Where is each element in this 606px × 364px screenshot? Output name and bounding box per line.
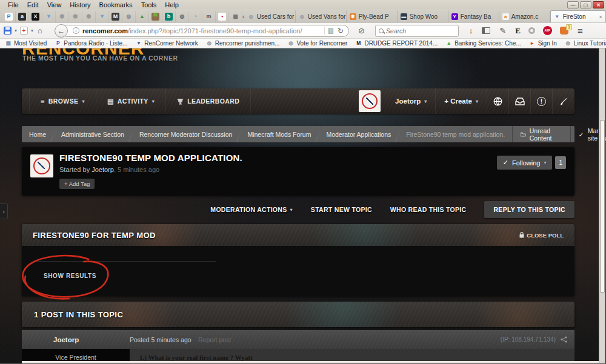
breadcrumb-item[interactable]: Minecraft Mods Forum xyxy=(240,131,318,138)
pinned-tab[interactable]: ▼ xyxy=(42,11,56,22)
tab-fireston[interactable]: ▼FireSton× xyxy=(550,10,606,22)
pinned-tab[interactable]: ▀ xyxy=(149,11,162,22)
downloads-icon[interactable]: ↓ xyxy=(469,26,473,35)
show-results-link[interactable]: SHOW RESULTS xyxy=(44,273,96,279)
pinned-tab[interactable]: ⬢ xyxy=(82,11,96,22)
adblock-icon[interactable]: ABP xyxy=(543,26,552,35)
close-button[interactable]: ✕ xyxy=(593,1,604,8)
menu-history[interactable]: History xyxy=(65,1,95,8)
pinned-tab[interactable]: ▼ xyxy=(96,11,109,22)
nav-leaderboard[interactable]: LEADERBOARD xyxy=(166,88,251,114)
start-new-topic-link[interactable]: START NEW TOPIC xyxy=(311,206,372,213)
topic-author-link[interactable]: Joetorp xyxy=(92,166,114,173)
close-poll-button[interactable]: CLOSE POLL xyxy=(519,232,564,239)
tab-ply-bead-p[interactable]: ✱Ply-Bead P xyxy=(347,10,398,22)
nav-activity[interactable]: ▤ ACTIVITY ▾ xyxy=(96,88,166,114)
menu-edit[interactable]: Edit xyxy=(23,1,43,8)
back-icon[interactable]: ← xyxy=(55,24,68,38)
unread-content-button[interactable]: Unread Content xyxy=(512,126,567,142)
tab-fantasy-ba[interactable]: YFantasy Ba xyxy=(448,10,499,22)
pinned-tab[interactable]: M xyxy=(109,11,122,22)
add-tag-button[interactable]: + Add Tag xyxy=(59,179,95,189)
tab-used-cars-for-s[interactable]: ◍Used Cars for S xyxy=(245,10,296,22)
page-scrollbar[interactable] xyxy=(599,48,605,363)
tab-shop-woo[interactable]: ▬Shop Woo xyxy=(398,10,448,22)
breadcrumb-item[interactable]: Moderator Applications xyxy=(319,131,398,138)
post-author-link[interactable]: Joetorp xyxy=(22,336,130,343)
share-icon[interactable] xyxy=(561,336,567,343)
site-info-icon[interactable]: i xyxy=(73,27,79,34)
alerts-button[interactable]: ! xyxy=(531,88,553,114)
fox-addon-icon[interactable]: 1 xyxy=(560,27,568,35)
evernote-icon[interactable]: E xyxy=(515,26,521,36)
reply-to-topic-button[interactable]: REPLY TO THIS TOPIC xyxy=(484,201,574,218)
maximize-button[interactable]: ▢ xyxy=(580,1,591,8)
pinned-tab[interactable]: ⬢ xyxy=(69,11,82,22)
create-menu[interactable]: + Create ▾ xyxy=(435,88,487,114)
reader-mode-icon[interactable]: ▥ xyxy=(324,27,336,35)
breadcrumb-item[interactable]: Administrative Section xyxy=(54,131,132,138)
sidebar-expander[interactable]: › xyxy=(0,204,8,219)
tab-amazon-c[interactable]: aAmazon.c xyxy=(499,10,550,22)
following-button[interactable]: ✓ Following ▾ xyxy=(497,156,553,170)
bookmark-item[interactable]: ▸Sign In xyxy=(529,40,557,47)
ghostery-icon[interactable] xyxy=(528,27,535,34)
avatar[interactable] xyxy=(359,90,381,112)
menu-bookmarks[interactable]: Bookmarks xyxy=(95,1,137,8)
report-post-link[interactable]: · Report post xyxy=(195,336,231,343)
sidebar-toggle-icon[interactable] xyxy=(482,27,490,34)
follower-count-badge[interactable]: 1 xyxy=(555,156,566,169)
bookmark-item[interactable]: ◍Vote for Rencorner xyxy=(287,40,347,47)
url-bar[interactable]: ← i rencomer.com /index.php?/topic/12071… xyxy=(61,25,349,37)
pinned-tab[interactable]: ▦ xyxy=(229,11,242,22)
addon-dropdown-icon[interactable]: ▾ xyxy=(31,28,33,33)
pinned-tab[interactable]: ▪ xyxy=(216,11,229,22)
search-input[interactable] xyxy=(386,27,455,35)
bookmark-item[interactable]: MDRUDGE REPORT 2014... xyxy=(355,40,438,47)
pinned-tab[interactable]: P xyxy=(2,11,16,22)
bookmark-item[interactable]: ◍Rencorner punishmen... xyxy=(206,40,280,47)
minimize-button[interactable]: — xyxy=(567,1,579,8)
pinned-tab[interactable]: m xyxy=(202,11,216,22)
pinned-tab[interactable]: X xyxy=(29,11,42,22)
bookmark-item[interactable]: PPandora Radio - Liste... xyxy=(55,40,127,47)
pinned-tab[interactable]: ⬢ xyxy=(56,11,69,22)
inbox-button[interactable] xyxy=(509,88,531,114)
pinned-tab[interactable]: ◍ xyxy=(122,11,136,22)
tab-used-vans-for-s[interactable]: ◍Used Vans for S xyxy=(296,10,347,22)
pinned-tab[interactable]: ◔ xyxy=(189,11,202,22)
save-dropdown-icon[interactable]: ▾ xyxy=(15,28,17,33)
home-icon[interactable]: ⌂ xyxy=(36,27,44,35)
pencil-icon[interactable]: ✎ xyxy=(498,27,507,35)
language-button[interactable] xyxy=(487,88,509,114)
noscript-icon[interactable]: ⊘ xyxy=(357,27,366,35)
pinned-tab[interactable]: ◍ xyxy=(176,11,189,22)
tab-close-icon[interactable]: × xyxy=(599,14,602,20)
pinned-tab[interactable]: ▲ xyxy=(136,11,149,22)
topic-avatar[interactable] xyxy=(30,154,53,177)
user-menu[interactable]: Joetorp ▾ xyxy=(387,88,435,114)
menu-hamburger-icon[interactable]: ≡ xyxy=(578,25,583,36)
breadcrumb-item[interactable]: Home xyxy=(22,131,53,138)
menu-file[interactable]: File xyxy=(4,1,23,8)
nav-browse[interactable]: ≡ BROWSE ▾ xyxy=(29,88,96,114)
pinned-tab[interactable]: b xyxy=(162,11,176,22)
search-box[interactable] xyxy=(375,25,459,37)
menu-view[interactable]: View xyxy=(43,1,66,8)
pinned-tab[interactable]: a xyxy=(16,11,29,22)
scrollbar-thumb[interactable] xyxy=(600,120,605,293)
theme-button[interactable] xyxy=(553,88,574,114)
bookmark-item[interactable]: ▼RenCorner Network xyxy=(135,40,198,47)
bookmark-item[interactable]: ◍Linux Tutorial - Maste... xyxy=(565,40,606,47)
moderation-actions-button[interactable]: MODERATION ACTIONS ▾ xyxy=(210,206,292,213)
breadcrumb-item[interactable]: FireStone90 temp mod application. xyxy=(399,131,512,138)
reload-icon[interactable]: ↻ xyxy=(336,27,345,35)
menu-help[interactable]: Help xyxy=(161,1,183,8)
addon-plus-icon[interactable]: + xyxy=(20,27,28,35)
bookmark-item[interactable]: ▦Most Visited xyxy=(5,40,47,47)
bookmark-item[interactable]: ▲Banking Services: Che... xyxy=(445,40,521,47)
save-page-icon[interactable] xyxy=(4,27,12,35)
who-read-this-topic-link[interactable]: WHO READ THIS TOPIC xyxy=(390,206,467,213)
breadcrumb-item[interactable]: Rencorner Moderator Discussion xyxy=(132,131,239,138)
menu-tools[interactable]: Tools xyxy=(137,1,161,8)
